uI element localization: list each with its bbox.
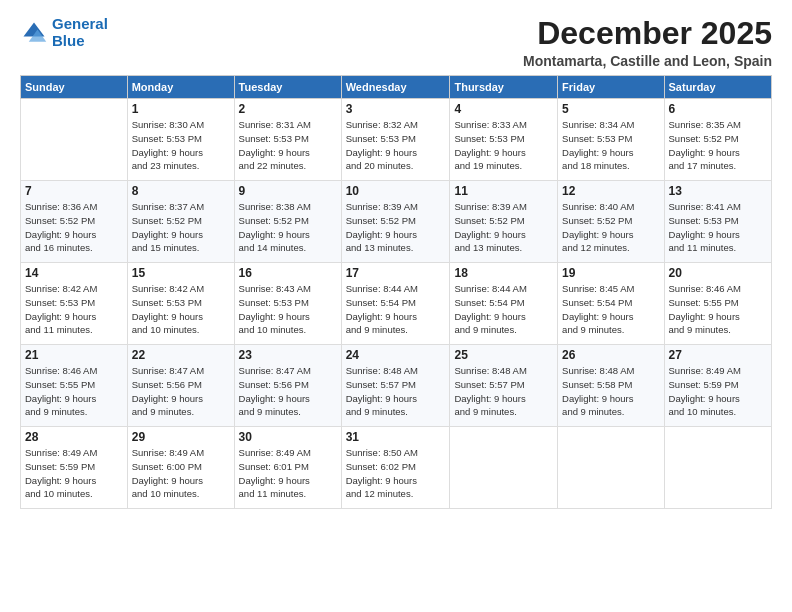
calendar-cell: 13Sunrise: 8:41 AMSunset: 5:53 PMDayligh… [664, 181, 771, 263]
day-info: Sunrise: 8:43 AMSunset: 5:53 PMDaylight:… [239, 282, 337, 337]
page: General Blue December 2025 Montamarta, C… [0, 0, 792, 612]
day-info: Sunrise: 8:42 AMSunset: 5:53 PMDaylight:… [25, 282, 123, 337]
calendar-cell: 27Sunrise: 8:49 AMSunset: 5:59 PMDayligh… [664, 345, 771, 427]
day-info: Sunrise: 8:31 AMSunset: 5:53 PMDaylight:… [239, 118, 337, 173]
calendar-cell: 19Sunrise: 8:45 AMSunset: 5:54 PMDayligh… [558, 263, 664, 345]
calendar-header-cell: Wednesday [341, 76, 450, 99]
day-info: Sunrise: 8:47 AMSunset: 5:56 PMDaylight:… [239, 364, 337, 419]
day-info: Sunrise: 8:38 AMSunset: 5:52 PMDaylight:… [239, 200, 337, 255]
calendar-cell: 1Sunrise: 8:30 AMSunset: 5:53 PMDaylight… [127, 99, 234, 181]
day-info: Sunrise: 8:30 AMSunset: 5:53 PMDaylight:… [132, 118, 230, 173]
calendar-cell [21, 99, 128, 181]
calendar-header-cell: Monday [127, 76, 234, 99]
day-number: 11 [454, 184, 553, 198]
day-number: 18 [454, 266, 553, 280]
month-title: December 2025 [523, 16, 772, 51]
calendar-header-cell: Tuesday [234, 76, 341, 99]
calendar-cell: 5Sunrise: 8:34 AMSunset: 5:53 PMDaylight… [558, 99, 664, 181]
calendar-header-cell: Thursday [450, 76, 558, 99]
header-row: General Blue December 2025 Montamarta, C… [20, 16, 772, 69]
day-number: 14 [25, 266, 123, 280]
day-info: Sunrise: 8:41 AMSunset: 5:53 PMDaylight:… [669, 200, 767, 255]
day-info: Sunrise: 8:49 AMSunset: 5:59 PMDaylight:… [25, 446, 123, 501]
day-number: 28 [25, 430, 123, 444]
calendar-cell: 15Sunrise: 8:42 AMSunset: 5:53 PMDayligh… [127, 263, 234, 345]
logo-icon [20, 19, 48, 47]
calendar-cell: 14Sunrise: 8:42 AMSunset: 5:53 PMDayligh… [21, 263, 128, 345]
location-title: Montamarta, Castille and Leon, Spain [523, 53, 772, 69]
day-info: Sunrise: 8:44 AMSunset: 5:54 PMDaylight:… [346, 282, 446, 337]
calendar-header-row: SundayMondayTuesdayWednesdayThursdayFrid… [21, 76, 772, 99]
calendar-cell: 3Sunrise: 8:32 AMSunset: 5:53 PMDaylight… [341, 99, 450, 181]
day-number: 19 [562, 266, 659, 280]
calendar-cell: 2Sunrise: 8:31 AMSunset: 5:53 PMDaylight… [234, 99, 341, 181]
day-number: 2 [239, 102, 337, 116]
day-info: Sunrise: 8:37 AMSunset: 5:52 PMDaylight:… [132, 200, 230, 255]
day-number: 21 [25, 348, 123, 362]
calendar-header-cell: Friday [558, 76, 664, 99]
day-info: Sunrise: 8:33 AMSunset: 5:53 PMDaylight:… [454, 118, 553, 173]
calendar-cell: 9Sunrise: 8:38 AMSunset: 5:52 PMDaylight… [234, 181, 341, 263]
logo-text: General Blue [52, 16, 108, 49]
day-info: Sunrise: 8:49 AMSunset: 5:59 PMDaylight:… [669, 364, 767, 419]
calendar-cell [664, 427, 771, 509]
day-info: Sunrise: 8:50 AMSunset: 6:02 PMDaylight:… [346, 446, 446, 501]
calendar-cell: 22Sunrise: 8:47 AMSunset: 5:56 PMDayligh… [127, 345, 234, 427]
day-number: 4 [454, 102, 553, 116]
day-number: 30 [239, 430, 337, 444]
calendar-week-row: 14Sunrise: 8:42 AMSunset: 5:53 PMDayligh… [21, 263, 772, 345]
calendar-cell: 26Sunrise: 8:48 AMSunset: 5:58 PMDayligh… [558, 345, 664, 427]
day-info: Sunrise: 8:47 AMSunset: 5:56 PMDaylight:… [132, 364, 230, 419]
calendar-cell: 20Sunrise: 8:46 AMSunset: 5:55 PMDayligh… [664, 263, 771, 345]
calendar-cell: 18Sunrise: 8:44 AMSunset: 5:54 PMDayligh… [450, 263, 558, 345]
calendar-cell: 24Sunrise: 8:48 AMSunset: 5:57 PMDayligh… [341, 345, 450, 427]
calendar-cell: 25Sunrise: 8:48 AMSunset: 5:57 PMDayligh… [450, 345, 558, 427]
calendar-cell: 28Sunrise: 8:49 AMSunset: 5:59 PMDayligh… [21, 427, 128, 509]
day-number: 27 [669, 348, 767, 362]
calendar-cell: 8Sunrise: 8:37 AMSunset: 5:52 PMDaylight… [127, 181, 234, 263]
day-info: Sunrise: 8:48 AMSunset: 5:58 PMDaylight:… [562, 364, 659, 419]
day-info: Sunrise: 8:40 AMSunset: 5:52 PMDaylight:… [562, 200, 659, 255]
title-block: December 2025 Montamarta, Castille and L… [523, 16, 772, 69]
calendar-cell: 21Sunrise: 8:46 AMSunset: 5:55 PMDayligh… [21, 345, 128, 427]
day-number: 13 [669, 184, 767, 198]
day-info: Sunrise: 8:45 AMSunset: 5:54 PMDaylight:… [562, 282, 659, 337]
day-number: 20 [669, 266, 767, 280]
calendar-cell: 30Sunrise: 8:49 AMSunset: 6:01 PMDayligh… [234, 427, 341, 509]
day-info: Sunrise: 8:39 AMSunset: 5:52 PMDaylight:… [454, 200, 553, 255]
day-number: 5 [562, 102, 659, 116]
calendar-cell: 12Sunrise: 8:40 AMSunset: 5:52 PMDayligh… [558, 181, 664, 263]
calendar-cell: 10Sunrise: 8:39 AMSunset: 5:52 PMDayligh… [341, 181, 450, 263]
calendar-cell: 16Sunrise: 8:43 AMSunset: 5:53 PMDayligh… [234, 263, 341, 345]
day-info: Sunrise: 8:36 AMSunset: 5:52 PMDaylight:… [25, 200, 123, 255]
calendar-week-row: 28Sunrise: 8:49 AMSunset: 5:59 PMDayligh… [21, 427, 772, 509]
day-number: 15 [132, 266, 230, 280]
calendar-header-cell: Sunday [21, 76, 128, 99]
day-info: Sunrise: 8:44 AMSunset: 5:54 PMDaylight:… [454, 282, 553, 337]
day-number: 3 [346, 102, 446, 116]
day-number: 25 [454, 348, 553, 362]
calendar-cell: 31Sunrise: 8:50 AMSunset: 6:02 PMDayligh… [341, 427, 450, 509]
day-info: Sunrise: 8:48 AMSunset: 5:57 PMDaylight:… [454, 364, 553, 419]
calendar-week-row: 21Sunrise: 8:46 AMSunset: 5:55 PMDayligh… [21, 345, 772, 427]
calendar-week-row: 1Sunrise: 8:30 AMSunset: 5:53 PMDaylight… [21, 99, 772, 181]
day-number: 8 [132, 184, 230, 198]
day-number: 29 [132, 430, 230, 444]
day-number: 31 [346, 430, 446, 444]
day-info: Sunrise: 8:32 AMSunset: 5:53 PMDaylight:… [346, 118, 446, 173]
calendar-cell: 23Sunrise: 8:47 AMSunset: 5:56 PMDayligh… [234, 345, 341, 427]
calendar-header-cell: Saturday [664, 76, 771, 99]
day-number: 12 [562, 184, 659, 198]
day-number: 9 [239, 184, 337, 198]
day-number: 22 [132, 348, 230, 362]
calendar-table: SundayMondayTuesdayWednesdayThursdayFrid… [20, 75, 772, 509]
day-number: 7 [25, 184, 123, 198]
day-info: Sunrise: 8:34 AMSunset: 5:53 PMDaylight:… [562, 118, 659, 173]
day-info: Sunrise: 8:39 AMSunset: 5:52 PMDaylight:… [346, 200, 446, 255]
calendar-cell: 7Sunrise: 8:36 AMSunset: 5:52 PMDaylight… [21, 181, 128, 263]
calendar-cell: 6Sunrise: 8:35 AMSunset: 5:52 PMDaylight… [664, 99, 771, 181]
calendar-cell: 17Sunrise: 8:44 AMSunset: 5:54 PMDayligh… [341, 263, 450, 345]
day-info: Sunrise: 8:49 AMSunset: 6:00 PMDaylight:… [132, 446, 230, 501]
day-info: Sunrise: 8:46 AMSunset: 5:55 PMDaylight:… [25, 364, 123, 419]
day-number: 1 [132, 102, 230, 116]
